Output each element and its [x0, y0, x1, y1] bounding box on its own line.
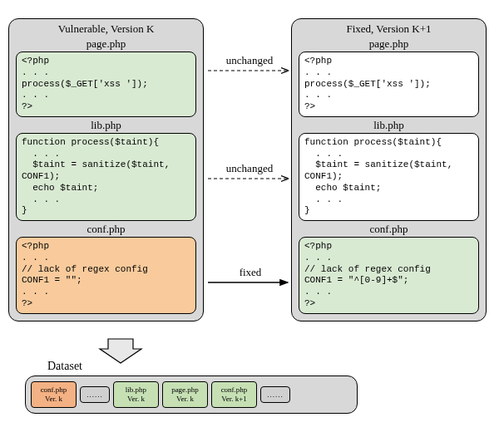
- left-conf-code: <?php . . . // lack of regex config CONF…: [16, 237, 196, 314]
- dataset-label: Dataset: [47, 360, 82, 373]
- left-page-code: <?php . . . process($_GET['xss ']); . . …: [16, 52, 196, 117]
- dataset-item: conf.php Ver. k: [31, 381, 77, 408]
- dataset-item: lib.php Ver. k: [113, 381, 159, 408]
- dataset-item: conf.php Ver. k+1: [211, 381, 257, 408]
- arrow-label-unchanged-1: unchanged: [216, 54, 283, 67]
- dataset-item-name: page.php: [163, 385, 207, 395]
- dataset-item: page.php Ver. k: [162, 381, 208, 408]
- dataset-item-name: conf.php: [32, 385, 76, 395]
- dataset-item-ver: Ver. k: [114, 395, 158, 404]
- right-lib-code: function process($taint){ . . . $taint =…: [299, 133, 479, 221]
- left-conf-filename: conf.php: [14, 223, 198, 236]
- dataset-item-name: conf.php: [212, 385, 256, 395]
- arrow-label-fixed: fixed: [230, 266, 271, 279]
- right-conf-code: <?php . . . // lack of regex config CONF…: [299, 237, 479, 314]
- dataset-dots: ......: [80, 386, 110, 403]
- right-page-code: <?php . . . process($_GET['xss ']); . . …: [299, 52, 479, 117]
- fixed-version-box: Fixed, Version K+1 page.php <?php . . . …: [291, 18, 487, 321]
- fixed-title: Fixed, Version K+1: [297, 22, 481, 36]
- dataset-item-ver: Ver. k: [163, 395, 207, 404]
- right-lib-filename: lib.php: [297, 119, 481, 132]
- down-arrow-icon: [100, 339, 141, 363]
- vulnerable-version-box: Vulnerable, Version K page.php <?php . .…: [8, 18, 204, 321]
- dataset-item-ver: Ver. k: [32, 395, 76, 404]
- arrow-label-unchanged-2: unchanged: [216, 162, 283, 175]
- dataset-item-name: lib.php: [114, 385, 158, 395]
- vulnerable-title: Vulnerable, Version K: [14, 22, 198, 36]
- dataset-item-ver: Ver. k+1: [212, 395, 256, 404]
- dataset-row: conf.php Ver. k ...... lib.php Ver. k pa…: [31, 381, 352, 408]
- dataset-box: conf.php Ver. k ...... lib.php Ver. k pa…: [25, 375, 358, 414]
- left-lib-code: function process($taint){ . . . $taint =…: [16, 133, 196, 221]
- dataset-dots: ......: [260, 386, 290, 403]
- left-page-filename: page.php: [14, 37, 198, 51]
- left-lib-filename: lib.php: [14, 119, 198, 132]
- right-conf-filename: conf.php: [297, 223, 481, 236]
- right-page-filename: page.php: [297, 37, 481, 51]
